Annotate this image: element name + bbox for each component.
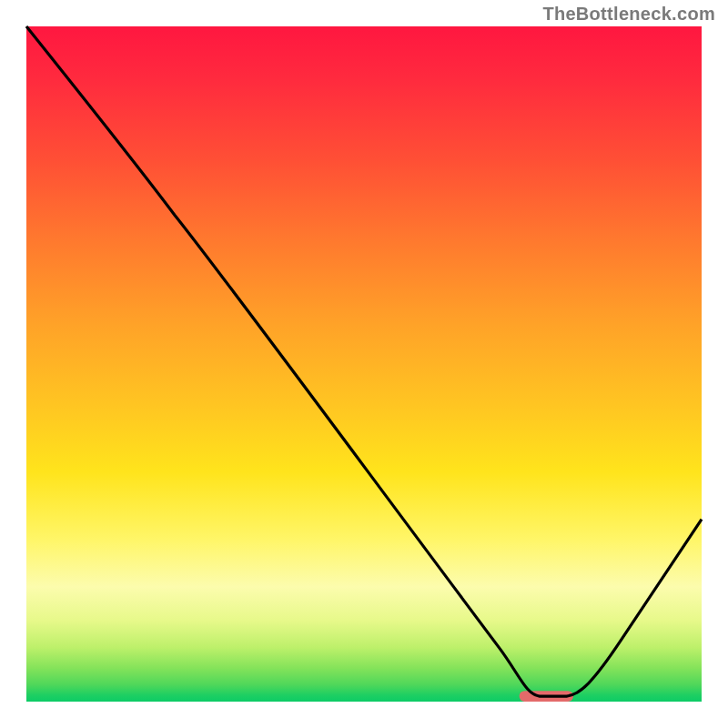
chart-plot-area xyxy=(26,26,702,702)
attribution-text: TheBottleneck.com xyxy=(542,4,715,25)
plot-border xyxy=(26,26,702,702)
